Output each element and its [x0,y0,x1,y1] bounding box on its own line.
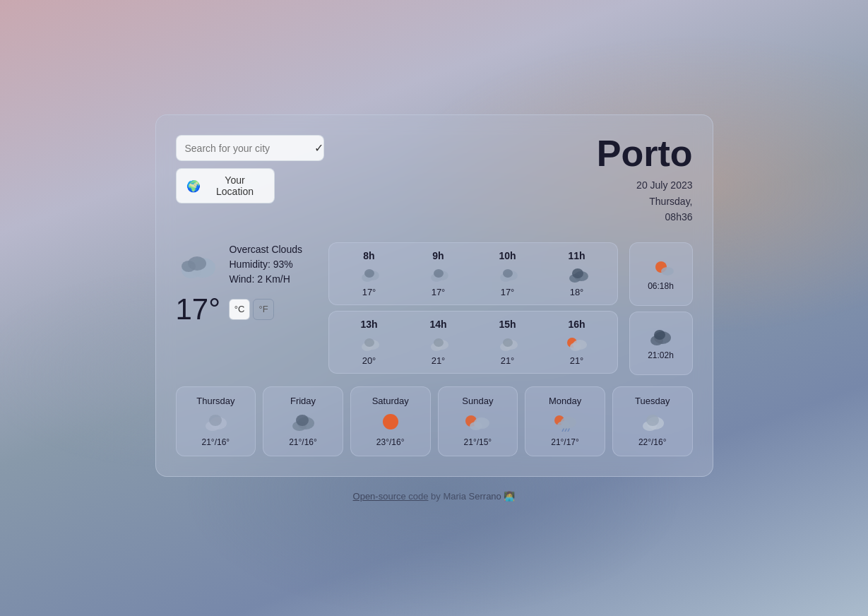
current-weather-icon [176,248,218,280]
hourly-panel: 8h 17° 9h 17° [328,242,618,374]
sunrise-card: 06:18h [629,242,693,306]
svg-point-39 [383,414,398,430]
location-button-label: Your Location [206,174,264,197]
top-row: ✓ 🌍 Your Location Porto 20 July 2023 Thu… [176,135,693,225]
svg-line-48 [568,429,569,432]
daily-card-monday: Monday 21°/17° [525,386,605,456]
sun-panel: 06:18h 21:02h [629,242,693,375]
source-code-link[interactable]: Open-source code [353,491,429,502]
sunset-icon [648,326,674,346]
daily-card-thursday: Thursday 21°/16° [176,386,256,456]
daily-icon-tuesday [640,412,665,432]
svg-point-9 [434,269,444,278]
current-top: Overcast Clouds Humidity: 93% Wind: 2 Km… [176,242,317,287]
city-date: 20 July 2023 Thursday, 08h36 [597,177,693,225]
svg-point-27 [570,343,581,351]
current-temperature: 17° [176,292,221,326]
main-weather-card: ✓ 🌍 Your Location Porto 20 July 2023 Thu… [155,114,713,476]
sunrise-icon [648,257,674,277]
hourly-row-1: 8h 17° 9h 17° [328,242,618,305]
hourly-item-13h: 13h 20° [335,319,404,366]
sunset-card: 21:02h [629,312,693,375]
svg-point-42 [470,422,482,430]
city-name: Porto [597,135,693,172]
daily-icon-sunday [465,412,490,432]
hourly-item-16h: 16h 21° [542,319,612,366]
daily-card-friday: Friday 21°/16° [263,386,343,456]
current-weather: Overcast Clouds Humidity: 93% Wind: 2 Km… [176,242,317,326]
weather-icon-11h [566,266,588,283]
hourly-item-8h: 8h 17° [335,250,404,297]
svg-point-15 [572,268,583,278]
svg-point-6 [364,269,374,278]
daily-icon-thursday [203,412,228,432]
daily-card-tuesday: Tuesday 22°/16° [612,386,693,456]
svg-point-24 [503,338,513,347]
weather-icon-16h [566,334,588,351]
svg-point-12 [503,269,513,278]
daily-icon-saturday [378,412,403,432]
weather-icon-13h [358,334,381,351]
svg-point-35 [209,415,222,426]
hourly-item-9h: 9h 17° [404,250,473,297]
celsius-button[interactable]: °C [229,299,250,320]
daily-card-saturday: Saturday 23°/16° [350,386,431,456]
footer: Open-source code by Maria Serrano 👩‍💻 [353,491,516,502]
footer-suffix: by Maria Serrano 👩‍💻 [429,491,516,502]
daily-card-sunday: Sunday 21°/15° [438,386,518,456]
weather-icon-8h [358,266,381,283]
globe-icon: 🌍 [186,179,201,193]
weather-icon-14h [427,334,450,351]
svg-point-45 [557,421,570,430]
daily-forecast-row: Thursday 21°/16° Friday 21°/16° Saturday [176,386,693,456]
hourly-item-10h: 10h 17° [473,250,542,297]
sunrise-time: 06:18h [648,281,674,291]
svg-point-32 [654,330,665,340]
sunset-time: 21:02h [648,350,674,360]
hourly-item-14h: 14h 21° [404,319,473,366]
search-area: ✓ 🌍 Your Location [176,135,324,203]
hourly-item-11h: 11h 18° [542,250,612,297]
svg-point-21 [434,338,444,347]
svg-point-18 [364,338,374,347]
city-info: Porto 20 July 2023 Thursday, 08h36 [597,135,693,225]
svg-point-51 [646,415,659,426]
fahrenheit-button[interactable]: °F [253,299,274,320]
hourly-row-2: 13h 20° 14h 21° [328,311,618,374]
middle-row: Overcast Clouds Humidity: 93% Wind: 2 Km… [176,242,693,375]
weather-icon-10h [497,266,519,283]
daily-icon-friday [290,412,316,432]
weather-icon-15h [497,334,519,351]
location-button[interactable]: 🌍 Your Location [176,168,275,203]
svg-point-3 [182,261,196,272]
svg-point-38 [296,415,309,426]
unit-toggle: °C °F [229,299,274,320]
daily-icon-monday [552,412,578,432]
search-box: ✓ [176,135,324,161]
temp-row: 17° °C °F [176,292,317,326]
search-confirm-icon[interactable]: ✓ [314,141,323,155]
weather-description: Overcast Clouds Humidity: 93% Wind: 2 Km… [230,242,302,287]
hourly-item-15h: 15h 21° [473,319,542,366]
city-search-input[interactable] [185,143,309,154]
weather-icon-9h [427,266,450,283]
svg-point-29 [661,267,674,276]
